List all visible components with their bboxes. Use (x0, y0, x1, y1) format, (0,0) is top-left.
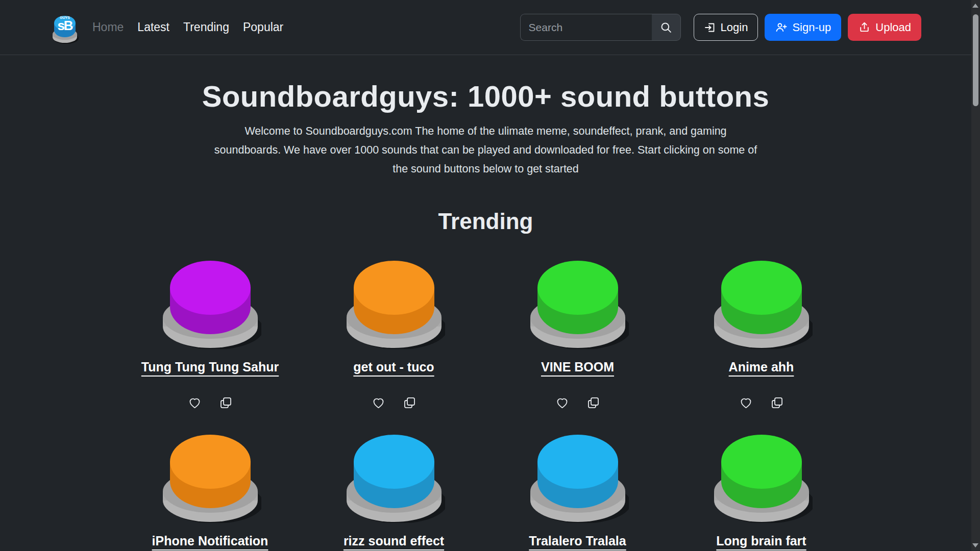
nav-links: Home Latest Trending Popular (92, 20, 283, 34)
sound-card: Anime ahh (670, 257, 853, 410)
login-button[interactable]: Login (694, 14, 758, 41)
sound-card: Tung Tung Tung Sahur (118, 257, 302, 410)
copy-icon (770, 396, 784, 410)
sound-play-button[interactable] (710, 257, 813, 349)
sound-title-link[interactable]: Anime ahh (729, 360, 794, 374)
sound-card: rizz sound effect (302, 431, 486, 551)
sound-play-button[interactable] (343, 431, 445, 523)
sound-play-button[interactable] (343, 257, 445, 349)
nav-link-trending[interactable]: Trending (183, 20, 229, 34)
copy-button[interactable] (586, 396, 600, 410)
nav-link-popular[interactable]: Popular (243, 20, 283, 34)
sound-play-button[interactable] (710, 431, 813, 523)
sound-actions (372, 396, 416, 410)
sound-title-link[interactable]: Long brain fart (716, 534, 806, 548)
sound-button-graphic (343, 431, 445, 523)
site-logo[interactable]: GUYS sB (48, 10, 81, 45)
main-content: Soundboardguys: 1000+ sound buttons Welc… (0, 79, 971, 551)
search-group (520, 14, 681, 41)
heart-icon (739, 396, 753, 410)
sound-button-graphic (527, 257, 629, 349)
scrollbar-thumb[interactable] (973, 14, 978, 106)
sound-title-link[interactable]: iPhone Notification (152, 534, 268, 548)
sound-title-link[interactable]: Tralalero Tralala (529, 534, 626, 548)
favorite-button[interactable] (555, 396, 569, 410)
sound-button-graphic (159, 257, 261, 349)
sound-button-graphic (710, 431, 813, 523)
search-input[interactable] (520, 14, 652, 41)
sound-button-graphic (159, 431, 261, 523)
upload-icon (858, 21, 871, 34)
sound-title-link[interactable]: Tung Tung Tung Sahur (141, 360, 279, 374)
sound-card: VINE BOOM (486, 257, 670, 410)
sound-button-graphic (527, 431, 629, 523)
login-icon (704, 21, 716, 34)
copy-icon (586, 396, 600, 410)
sound-title-link[interactable]: rizz sound effect (344, 534, 444, 548)
sound-card: iPhone Notification (118, 431, 302, 551)
nav-link-latest[interactable]: Latest (137, 20, 169, 34)
scrollbar[interactable] (971, 0, 980, 551)
heart-icon (555, 396, 569, 410)
search-icon (659, 21, 673, 34)
sound-actions (555, 396, 600, 410)
favorite-button[interactable] (739, 396, 753, 410)
signup-button[interactable]: Sign-up (765, 14, 841, 41)
sound-button-graphic (343, 257, 445, 349)
sound-title-link[interactable]: get out - tuco (353, 360, 434, 374)
sounds-grid: Tung Tung Tung Sahur (118, 257, 853, 551)
copy-icon (403, 396, 416, 410)
login-label: Login (721, 21, 748, 34)
sound-card: get out - tuco (302, 257, 486, 410)
scrollbar-up-arrow[interactable] (971, 2, 980, 10)
copy-button[interactable] (403, 396, 416, 410)
trending-heading: Trending (0, 209, 971, 234)
sound-actions (188, 396, 233, 410)
heart-icon (372, 396, 385, 410)
sound-button-graphic (710, 257, 813, 349)
nav-link-home[interactable]: Home (92, 20, 124, 34)
sound-play-button[interactable] (527, 257, 629, 349)
sound-actions (739, 396, 784, 410)
page-description: Welcome to Soundboardguys.com The home o… (210, 122, 762, 179)
search-button[interactable] (652, 14, 681, 41)
sound-play-button[interactable] (527, 431, 629, 523)
upload-label: Upload (875, 21, 911, 34)
navbar: GUYS sB Home Latest Trending Popular Log… (0, 0, 971, 55)
nav-right-group: Login Sign-up Upload (520, 14, 921, 41)
copy-button[interactable] (219, 396, 233, 410)
person-plus-icon (775, 21, 788, 34)
signup-label: Sign-up (792, 21, 831, 34)
sound-play-button[interactable] (159, 257, 261, 349)
scrollbar-down-arrow[interactable] (971, 541, 980, 549)
favorite-button[interactable] (188, 396, 202, 410)
favorite-button[interactable] (372, 396, 385, 410)
sound-card: Long brain fart (670, 431, 853, 551)
sound-play-button[interactable] (159, 431, 261, 523)
upload-button[interactable]: Upload (848, 14, 921, 41)
sound-title-link[interactable]: VINE BOOM (541, 360, 614, 374)
copy-button[interactable] (770, 396, 784, 410)
logo-letters: sB (57, 18, 72, 33)
heart-icon (188, 396, 202, 410)
page-title: Soundboardguys: 1000+ sound buttons (0, 79, 971, 113)
sound-card: Tralalero Tralala (486, 431, 670, 551)
copy-icon (219, 396, 233, 410)
